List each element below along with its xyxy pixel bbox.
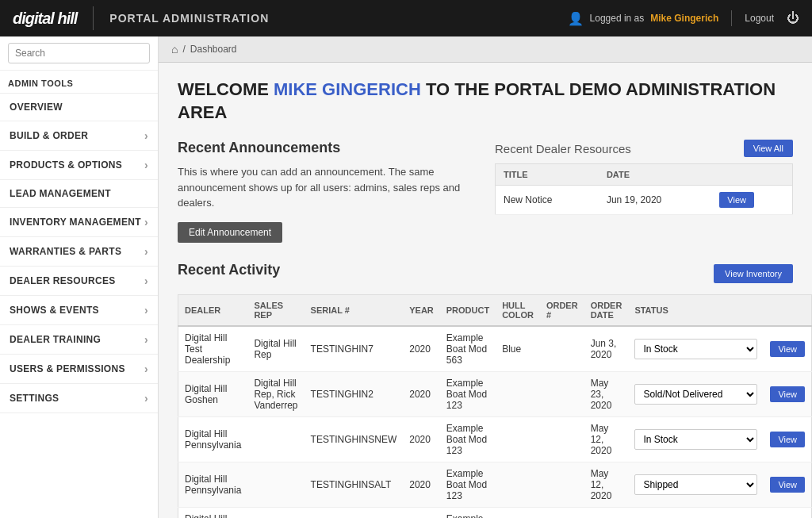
activity-order-date: Jun 3, 2020 [584,326,629,372]
activity-year: 2020 [403,371,440,416]
activity-col-status: STATUS [628,294,764,326]
home-icon[interactable]: ⌂ [171,43,178,56]
resources-table-header-row: TITLE DATE [496,164,793,186]
activity-serial: TESTINGHIN7 [304,326,404,372]
activity-order-num [540,371,584,416]
announcement-text: This is where you can add an announcemen… [178,164,476,211]
breadcrumb-separator: / [182,44,185,55]
table-row: Digital Hill Goshen Digital Hill Rep, Ri… [178,371,812,416]
activity-col-product: PRODUCT [440,294,496,326]
activity-serial: TESTINGHINSNEW [304,416,404,462]
activity-order-num [540,326,584,372]
sidebar-item-settings[interactable]: SETTINGS› [0,384,158,413]
logout-button[interactable]: Logout [745,13,774,24]
sidebar-search-container [0,36,158,71]
header-vdiv [731,10,732,26]
edit-announcement-button[interactable]: Edit Announcement [178,222,282,243]
status-select[interactable]: In StockSold/Not DeliveredShipped [634,384,757,405]
portal-title: PORTAL ADMINISTRATION [109,12,567,25]
status-select[interactable]: In StockSold/Not DeliveredShipped [634,474,757,495]
sidebar-item-label: SHOWS & EVENTS [10,305,99,316]
chevron-right-icon: › [144,129,148,142]
resource-view-button[interactable]: View [719,192,754,208]
sidebar-items-container: OVERVIEWBUILD & ORDER›PRODUCTS & OPTIONS… [0,94,158,413]
welcome-heading: WELCOME MIKE GINGERICH TO THE PORTAL DEM… [178,79,793,124]
breadcrumb-current: Dashboard [190,44,237,55]
sidebar-item-dealer-training[interactable]: DEALER TRAINING› [0,325,158,355]
sidebar-item-label: USERS & PERMISSIONS [10,363,125,374]
sidebar-item-label: DEALER TRAINING [10,334,101,345]
sidebar-item-products---options[interactable]: PRODUCTS & OPTIONS› [0,151,158,180]
resource-action: View [711,186,792,215]
search-input[interactable] [8,43,150,63]
user-icon: 👤 [568,11,584,26]
sidebar-item-users---permissions[interactable]: USERS & PERMISSIONS› [0,355,158,384]
activity-product: Example Boat Mod 123 [440,416,496,462]
sidebar-item-lead-management[interactable]: LEAD MANAGEMENT [0,180,158,208]
chevron-right-icon: › [144,304,148,317]
activity-dealer: Digital Hill Pennsylvania [178,416,248,462]
activity-view-action: View [764,416,811,462]
activity-status: In StockSold/Not DeliveredShipped [628,507,764,518]
activity-sales-rep [247,416,304,462]
status-select[interactable]: In StockSold/Not DeliveredShipped [634,339,757,359]
resources-table: TITLE DATE New Notice Jun 19, 2020 View [495,163,793,215]
power-icon[interactable]: ⏻ [787,11,799,25]
status-select[interactable]: In StockSold/Not DeliveredShipped [634,429,757,450]
activity-product: Example Boat Mod 123 [440,507,496,518]
sidebar-item-build---order[interactable]: BUILD & ORDER› [0,121,158,151]
activity-col-order--: ORDER # [540,294,584,326]
activity-view-button[interactable]: View [770,477,805,493]
activity-sales-rep: Digital Hill Rep [247,326,304,372]
activity-dealer: Digital Hill Test Dealership [178,326,248,372]
activity-hull-color: Blue [496,326,540,372]
activity-view-button[interactable]: View [770,341,805,357]
sidebar-item-label: BUILD & ORDER [10,130,88,141]
table-row: Digital Hill Pennsylvania TESTINGHINSALT… [178,462,812,507]
logged-in-label: Logged in as [590,13,645,24]
activity-order-date: May 12, 2020 [584,462,629,507]
table-row: Digital Hill Test Dealership Digital Hil… [178,507,812,518]
activity-view-action: View [764,326,811,372]
table-row: Digital Hill Pennsylvania TESTINGHINSNEW… [178,416,812,462]
activity-view-button[interactable]: View [770,386,805,402]
table-row: New Notice Jun 19, 2020 View [496,186,793,215]
activity-status: In StockSold/Not DeliveredShipped [628,416,764,462]
view-all-button[interactable]: View All [744,140,793,157]
resource-date: Jun 19, 2020 [599,186,711,215]
activity-order-date: May 12, 2020 [584,416,629,462]
sidebar-item-dealer-resources[interactable]: DEALER RESOURCES› [0,267,158,296]
sidebar-item-label: PRODUCTS & OPTIONS [10,159,122,171]
sidebar: ADMIN TOOLS OVERVIEWBUILD & ORDER›PRODUC… [0,36,159,518]
activity-status: In StockSold/Not DeliveredShipped [628,462,764,507]
activity-serial: TESTINGHIN3 [304,507,404,518]
resources-col-date: DATE [599,164,711,186]
sidebar-item-label: SETTINGS [10,393,59,404]
activity-tbody: Digital Hill Test Dealership Digital Hil… [178,326,812,518]
activity-header: Recent Activity View Inventory [178,262,793,286]
activity-year: 2020 [403,326,440,372]
top-section: Recent Announcements This is where you c… [178,140,793,243]
activity-sales-rep: Digital Hill Rep [247,507,304,518]
activity-view-button[interactable]: View [770,432,805,447]
main-layout: ADMIN TOOLS OVERVIEWBUILD & ORDER›PRODUC… [0,36,812,518]
sidebar-item-label: OVERVIEW [10,102,63,113]
table-row: Digital Hill Test Dealership Digital Hil… [178,326,812,372]
sidebar-item-warranties---parts[interactable]: WARRANTIES & PARTS› [0,237,158,267]
header-divider [93,6,94,30]
activity-serial: TESTINGHINSALT [304,462,404,507]
activity-serial: TESTINGHIN2 [304,371,404,416]
resource-title: New Notice [496,186,599,215]
activity-order-date: Apr 13, 2020 [584,507,629,518]
view-inventory-button[interactable]: View Inventory [714,264,793,283]
activity-product: Example Boat Mod 123 [440,371,496,416]
sidebar-item-inventory-management[interactable]: INVENTORY MANAGEMENT› [0,208,158,237]
user-info: 👤 Logged in as Mike Gingerich Logout ⏻ [568,10,799,26]
sidebar-item-overview[interactable]: OVERVIEW [0,94,158,121]
activity-sales-rep [247,462,304,507]
activity-heading: Recent Activity [178,262,280,278]
activity-dealer: Digital Hill Test Dealership [178,507,248,518]
activity-view-action: View [764,371,811,416]
sidebar-item-shows---events[interactable]: SHOWS & EVENTS› [0,296,158,325]
activity-col-order-date: ORDER DATE [584,294,629,326]
